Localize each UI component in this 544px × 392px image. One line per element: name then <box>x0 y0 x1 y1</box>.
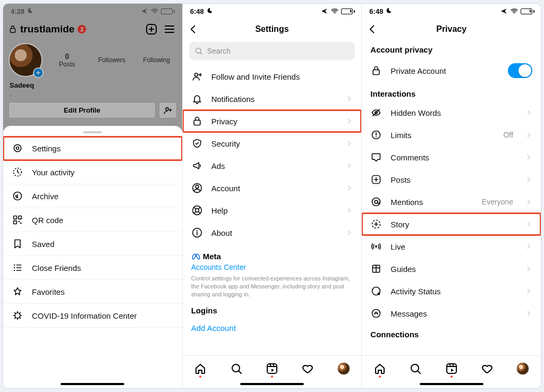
chevron-right-icon <box>345 117 353 125</box>
guides-icon <box>371 263 381 274</box>
row-label: Mentions <box>390 198 473 207</box>
privacy-row-mentions[interactable]: MentionsEveryone <box>362 191 541 213</box>
menu-item-settings[interactable]: Settings <box>3 137 182 160</box>
story-icon <box>371 219 381 229</box>
activity-icon <box>12 167 23 177</box>
tab-search[interactable] <box>409 362 422 376</box>
pane-settings: 6:48 Settings Search Follow and Invite F… <box>183 4 362 388</box>
logins-header: Logins <box>183 301 362 318</box>
menu-item-close-friends[interactable]: Close Friends <box>3 256 182 280</box>
menu-item-covid[interactable]: COVID-19 Information Center <box>3 304 182 328</box>
back-button[interactable] <box>366 23 379 36</box>
tab-profile[interactable] <box>516 362 530 376</box>
row-label: About <box>211 228 337 237</box>
account-icon <box>192 183 202 193</box>
sheet-handle[interactable] <box>83 131 102 133</box>
settings-row-about[interactable]: About <box>183 221 362 244</box>
status-time: 6:48 <box>190 7 204 15</box>
tab-profile[interactable] <box>337 362 351 376</box>
search-input[interactable]: Search <box>189 42 355 60</box>
row-label: Live <box>390 242 516 251</box>
privacy-row-comments[interactable]: Comments <box>362 146 541 168</box>
tab-reels[interactable] <box>265 362 279 376</box>
limits-icon <box>371 130 381 140</box>
username-label[interactable]: trustlamide <box>20 23 74 35</box>
posts-icon <box>371 174 381 185</box>
avatar[interactable]: + <box>8 43 42 77</box>
chevron-right-icon <box>525 154 532 161</box>
privacy-row-guides[interactable]: Guides <box>362 258 541 280</box>
menu-item-label: Your activity <box>32 168 74 177</box>
edit-profile-button[interactable]: Edit Profile <box>8 102 156 118</box>
private-account-toggle[interactable] <box>508 63 532 78</box>
tab-activity[interactable] <box>480 362 494 376</box>
activity-status-icon <box>371 286 381 296</box>
settings-row-invite[interactable]: Follow and Invite Friends <box>183 65 362 88</box>
home-indicator <box>61 383 124 385</box>
settings-row-account[interactable]: Account <box>183 177 362 199</box>
menu-icon[interactable] <box>162 22 177 37</box>
menu-item-archive[interactable]: Archive <box>3 184 182 208</box>
stat-posts[interactable]: 0Posts <box>47 52 87 68</box>
search-icon <box>194 47 203 55</box>
settings-row-lock[interactable]: Privacy <box>183 110 362 132</box>
back-button[interactable] <box>187 23 200 36</box>
stat-following[interactable]: Following <box>136 56 176 64</box>
menu-item-label: Settings <box>32 144 61 153</box>
privacy-row-activity-status[interactable]: Activity Status <box>362 280 541 302</box>
row-label: Security <box>211 139 337 148</box>
settings-row-ads[interactable]: Ads <box>183 155 362 177</box>
menu-item-label: COVID-19 Information Center <box>32 311 137 320</box>
privacy-row-limits[interactable]: LimitsOff <box>362 124 541 146</box>
qr-icon <box>12 215 23 225</box>
home-indicator <box>420 383 483 385</box>
menu-item-activity[interactable]: Your activity <box>3 160 182 184</box>
stat-followers[interactable]: Followers <box>91 56 132 64</box>
archive-icon <box>12 191 23 201</box>
privacy-row-posts[interactable]: Posts <box>362 168 541 191</box>
shield-icon <box>192 138 202 149</box>
page-title: Settings <box>255 24 288 34</box>
settings-row-help[interactable]: Help <box>183 199 362 221</box>
tab-activity[interactable] <box>301 362 314 376</box>
moon-icon <box>206 7 214 15</box>
menu-item-star[interactable]: Favorites <box>3 280 182 304</box>
settings-row-shield[interactable]: Security <box>183 132 362 155</box>
close-friends-icon <box>12 262 23 273</box>
menu-item-qr[interactable]: QR code <box>3 208 182 232</box>
privacy-row-live[interactable]: Live <box>362 235 541 258</box>
menu-item-saved[interactable]: Saved <box>3 232 182 256</box>
private-account-row[interactable]: Private Account <box>362 57 541 84</box>
mentions-icon <box>371 197 381 207</box>
new-post-button[interactable] <box>144 22 159 37</box>
settings-row-bell[interactable]: Notifications <box>183 88 362 110</box>
tab-reels[interactable] <box>445 362 458 376</box>
lock-icon <box>371 65 381 76</box>
row-label: Posts <box>390 175 516 184</box>
accounts-center-link[interactable]: Accounts Center <box>191 263 353 271</box>
privacy-row-messages[interactable]: Messages <box>362 302 541 325</box>
chevron-right-icon <box>345 229 353 236</box>
row-label: Ads <box>211 161 337 171</box>
status-time: 6:48 <box>369 7 383 15</box>
chevron-right-icon <box>525 176 532 183</box>
row-label: Activity Status <box>390 287 516 296</box>
chevron-right-icon <box>345 207 353 214</box>
privacy-navbar: Privacy <box>362 19 541 40</box>
add-account-link[interactable]: Add Account <box>183 318 362 338</box>
settings-list: Follow and Invite FriendsNotificationsPr… <box>183 65 362 355</box>
add-story-icon[interactable]: + <box>33 67 44 78</box>
chevron-right-icon <box>345 140 353 147</box>
row-label: Limits <box>390 131 495 140</box>
tab-home[interactable] <box>373 362 387 376</box>
menu-item-label: Favorites <box>32 287 65 296</box>
privacy-row-story[interactable]: Story <box>362 213 541 235</box>
page-title: Privacy <box>436 24 466 34</box>
bio-dot: . <box>3 90 182 102</box>
profile-top-area: 4:28 trustlamide 2 <box>3 4 182 131</box>
chevron-right-icon <box>345 184 353 192</box>
tab-home[interactable] <box>193 362 207 376</box>
tab-search[interactable] <box>230 362 243 376</box>
privacy-row-hidden[interactable]: Hidden Words <box>362 101 541 124</box>
discover-people-button[interactable] <box>159 102 177 118</box>
